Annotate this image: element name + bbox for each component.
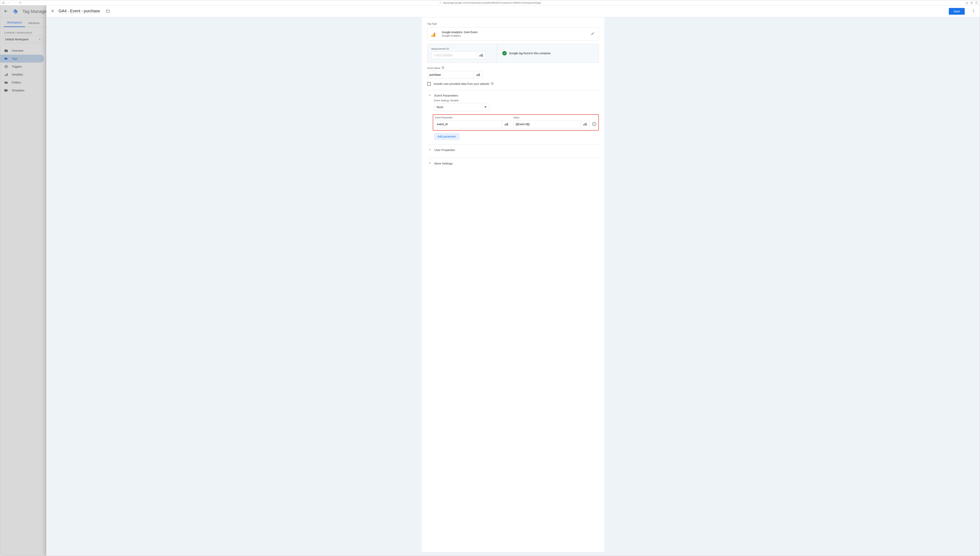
close-button[interactable] bbox=[51, 9, 55, 13]
svg-rect-6 bbox=[976, 2, 977, 3]
svg-point-8 bbox=[16, 12, 18, 13]
workspace-name: Default Workspace bbox=[5, 38, 29, 41]
svg-rect-11 bbox=[5, 75, 5, 76]
sidebar-item-overview[interactable]: Overview bbox=[0, 47, 44, 55]
browser-forward-icon bbox=[13, 2, 16, 4]
sidebar-label: Overview bbox=[12, 49, 23, 52]
share-icon[interactable] bbox=[965, 2, 968, 4]
svg-rect-41 bbox=[586, 124, 587, 125]
svg-rect-28 bbox=[479, 73, 479, 76]
folder-icon[interactable] bbox=[106, 9, 110, 14]
help-icon[interactable] bbox=[442, 66, 444, 70]
save-button[interactable]: Save bbox=[949, 8, 965, 15]
svg-point-17 bbox=[973, 11, 974, 11]
remove-parameter-button[interactable] bbox=[592, 122, 597, 126]
user-properties-toggle[interactable]: User Properties bbox=[427, 145, 599, 154]
sidebar-label: Triggers bbox=[12, 65, 22, 68]
svg-rect-38 bbox=[583, 124, 584, 126]
app-title: Tag Manager bbox=[23, 9, 48, 14]
link-icon bbox=[439, 2, 442, 4]
chevron-right-icon bbox=[428, 162, 432, 165]
more-menu-button[interactable] bbox=[972, 9, 975, 13]
sidebar-item-templates[interactable]: Templates bbox=[0, 86, 44, 94]
variable-picker-button[interactable] bbox=[581, 120, 589, 128]
tab-workspace[interactable]: Workspace bbox=[4, 21, 25, 27]
sidebar-item-triggers[interactable]: Triggers bbox=[0, 63, 44, 71]
variable-picker-button[interactable] bbox=[474, 71, 482, 79]
help-icon[interactable] bbox=[491, 82, 493, 86]
sidebar-item-tags[interactable]: Tags bbox=[0, 55, 44, 63]
svg-rect-33 bbox=[505, 124, 505, 126]
svg-rect-26 bbox=[476, 74, 477, 76]
event-parameter-label: Event Parameter bbox=[435, 116, 511, 119]
add-parameter-button[interactable]: Add parameter bbox=[434, 133, 459, 140]
workspace-selector[interactable]: Default Workspace bbox=[3, 36, 44, 43]
more-settings-header: More Settings bbox=[434, 162, 453, 165]
panel-title[interactable]: GA4 - Event - purchase bbox=[59, 9, 100, 14]
new-tab-icon[interactable] bbox=[970, 2, 973, 4]
include-user-data-label: Include user-provided data from your web… bbox=[434, 82, 493, 86]
svg-rect-42 bbox=[586, 125, 587, 126]
browser-reload-icon[interactable] bbox=[19, 2, 22, 4]
svg-rect-39 bbox=[584, 123, 585, 126]
sidebar-toggle-icon[interactable] bbox=[2, 2, 5, 4]
event-parameters-toggle[interactable]: Event Parameters bbox=[427, 90, 599, 99]
url-text: tagmanager.google.com/#/container/accoun… bbox=[443, 2, 541, 4]
event-parameter-row-highlighted: Event Parameter Value bbox=[433, 114, 599, 131]
back-button[interactable] bbox=[4, 9, 8, 14]
svg-rect-19 bbox=[479, 55, 480, 57]
event-settings-variable-label: Event Settings Variable bbox=[434, 99, 599, 102]
sidebar-label: Folders bbox=[12, 81, 21, 84]
user-properties-header: User Properties bbox=[434, 148, 455, 152]
workspace-section-label: CURRENT WORKSPACE bbox=[0, 30, 46, 36]
include-user-data-checkbox[interactable] bbox=[427, 82, 431, 86]
event-parameters-header: Event Parameters bbox=[434, 94, 458, 97]
checkmark-icon bbox=[502, 51, 507, 55]
svg-rect-27 bbox=[477, 74, 478, 76]
event-parameter-value-label: Value bbox=[513, 116, 589, 119]
svg-point-25 bbox=[443, 68, 443, 69]
svg-rect-22 bbox=[482, 56, 483, 56]
svg-rect-36 bbox=[508, 124, 508, 125]
templates-icon bbox=[4, 89, 8, 92]
svg-point-18 bbox=[973, 12, 974, 12]
folders-icon bbox=[4, 81, 8, 84]
tab-versions[interactable]: Versions bbox=[25, 21, 43, 27]
triggers-icon bbox=[4, 65, 8, 69]
measurement-id-section: Measurement ID Google tag found in this … bbox=[427, 44, 599, 63]
sidebar-label: Variables bbox=[12, 73, 23, 76]
svg-rect-29 bbox=[479, 75, 480, 76]
chevron-right-icon bbox=[428, 148, 432, 152]
event-parameter-value-input[interactable] bbox=[513, 120, 581, 128]
browser-back-icon[interactable] bbox=[8, 2, 11, 4]
event-settings-variable-select[interactable]: None bbox=[434, 103, 489, 111]
google-analytics-icon bbox=[431, 31, 437, 37]
tag-type-label: Tag Type bbox=[427, 23, 599, 25]
svg-rect-30 bbox=[479, 76, 480, 76]
event-name-input[interactable] bbox=[427, 71, 474, 79]
sidebar-item-variables[interactable]: Variables bbox=[0, 71, 44, 79]
svg-rect-20 bbox=[480, 55, 481, 57]
sidebar-item-folders[interactable]: Folders bbox=[0, 79, 44, 86]
tag-edit-panel: GA4 - Event - purchase Save Tag Type Goo… bbox=[46, 5, 980, 556]
sidebar-label: Templates bbox=[12, 89, 24, 92]
tags-icon bbox=[4, 57, 8, 61]
google-tag-found-status: Google tag found in this container bbox=[502, 51, 551, 55]
svg-rect-12 bbox=[6, 74, 6, 76]
variable-picker-button[interactable] bbox=[477, 52, 485, 59]
edit-tag-type-icon[interactable] bbox=[591, 32, 595, 36]
tabs-icon[interactable] bbox=[975, 2, 978, 4]
event-parameter-name-input[interactable] bbox=[435, 120, 502, 128]
svg-rect-23 bbox=[482, 56, 483, 57]
tag-type-title: Google Analytics: GA4 Event bbox=[442, 31, 477, 34]
event-name-label: Event Name bbox=[427, 66, 599, 70]
measurement-id-input[interactable] bbox=[431, 52, 477, 59]
gtm-logo-icon bbox=[12, 8, 18, 15]
select-value: None bbox=[437, 105, 443, 109]
svg-rect-0 bbox=[3, 2, 5, 3]
more-settings-toggle[interactable]: More Settings bbox=[427, 158, 599, 167]
variable-picker-button[interactable] bbox=[502, 120, 511, 128]
url-bar[interactable]: tagmanager.google.com/#/container/accoun… bbox=[439, 2, 541, 4]
tag-type-selector[interactable]: Google Analytics: GA4 Event Google Analy… bbox=[427, 27, 599, 40]
sidebar-label: Tags bbox=[12, 57, 18, 60]
